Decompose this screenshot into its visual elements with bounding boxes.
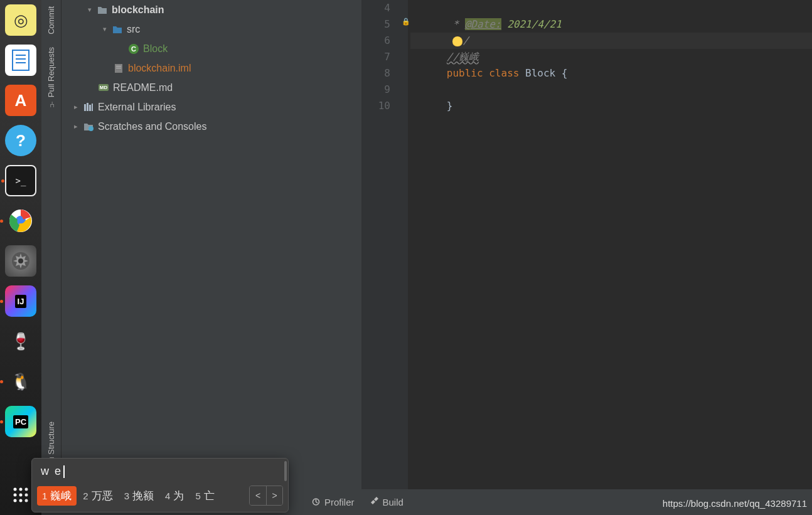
java-class-icon: C xyxy=(127,43,141,55)
gutter-annotations: 🔒 xyxy=(402,0,408,489)
code-line-current: //巍峨 xyxy=(410,33,812,49)
svg-point-8 xyxy=(14,488,17,491)
tree-file-iml[interactable]: blockchain.iml xyxy=(61,58,361,78)
svg-point-11 xyxy=(14,494,17,497)
svg-rect-20 xyxy=(84,104,86,111)
document-app-icon[interactable] xyxy=(5,45,36,76)
tree-label: Scratches and Consoles xyxy=(98,121,206,132)
qq-icon[interactable]: 🐧 xyxy=(5,366,36,397)
code-area[interactable]: * @Date: 2021/4/21 / //巍峨 public class B… xyxy=(408,0,812,489)
scratches-icon xyxy=(82,121,95,132)
svg-rect-19 xyxy=(116,68,121,68)
code-line xyxy=(410,98,812,114)
ime-scrollbar[interactable] xyxy=(284,461,287,481)
svg-rect-22 xyxy=(89,105,91,111)
tree-folder-src[interactable]: ▾ src xyxy=(61,19,361,39)
intellij-icon[interactable]: IJ xyxy=(5,285,36,317)
tree-label: Block xyxy=(143,43,168,55)
ime-nav: < > xyxy=(249,486,283,506)
tab-pull-requests[interactable]: ⑂ Pull Requests xyxy=(45,41,58,114)
terminal-icon[interactable]: >_ xyxy=(5,165,36,196)
ime-candidate-3[interactable]: 3挽额 xyxy=(119,486,159,506)
lightbulb-icon[interactable] xyxy=(452,36,462,46)
ime-input[interactable]: w e xyxy=(32,459,288,482)
ime-candidate-2[interactable]: 2万恶 xyxy=(78,486,117,506)
ide-left-tabs: Commit ⑂ Pull Requests ⧉ Structure Favor… xyxy=(41,0,61,515)
help-icon[interactable]: ? xyxy=(5,125,36,156)
watermark-text: https://blog.csdn.net/qq_43289711 xyxy=(663,498,807,509)
tree-folder-blockchain[interactable]: ▾ blockchain xyxy=(61,0,361,19)
chevron-down-icon: ▾ xyxy=(99,25,110,33)
svg-point-16 xyxy=(25,499,28,502)
ime-candidate-4[interactable]: 4为 xyxy=(160,486,189,506)
svg-point-9 xyxy=(19,488,23,491)
line-number: 6 xyxy=(361,33,390,49)
code-editor[interactable]: 4 5 6 7 8 9 10 🔒 * @Date: 2021/4/21 / //… xyxy=(361,0,812,489)
iml-file-icon xyxy=(112,63,126,74)
ime-candidates: 1巍峨 2万恶 3挽额 4为 5亡 < > xyxy=(32,482,288,512)
build-label: Build xyxy=(383,497,403,507)
line-number: 5 xyxy=(361,16,390,33)
svg-point-15 xyxy=(19,499,23,502)
pycharm-icon[interactable]: PC xyxy=(5,406,36,437)
tree-label: External Libraries xyxy=(98,102,176,113)
tab-commit[interactable]: Commit xyxy=(45,0,58,41)
svg-point-14 xyxy=(14,499,17,502)
tree-label: src xyxy=(127,24,140,35)
markdown-file-icon: MD xyxy=(97,82,110,93)
tree-scratches[interactable]: ▸ Scratches and Consoles xyxy=(61,117,361,136)
app-grid-icon[interactable] xyxy=(12,486,29,507)
git-merge-icon: ⑂ xyxy=(46,100,56,108)
ime-candidate-5[interactable]: 5亡 xyxy=(190,486,219,506)
line-number: 8 xyxy=(361,65,390,82)
svg-point-12 xyxy=(19,494,23,497)
svg-point-10 xyxy=(25,488,28,491)
chevron-right-icon: ▸ xyxy=(70,122,82,130)
code-line: * @Date: 2021/4/21 xyxy=(410,0,812,16)
svg-rect-0 xyxy=(13,50,29,70)
os-dock: ◎ A ? >_ IJ 🍷 🐧 PC xyxy=(0,0,41,515)
chevron-right-icon: ▸ xyxy=(70,103,82,111)
svg-point-7 xyxy=(18,258,23,263)
folder-icon xyxy=(95,4,109,16)
profiler-icon xyxy=(311,497,321,508)
ime-prev-button[interactable]: < xyxy=(250,486,266,505)
profiler-label: Profiler xyxy=(324,497,355,507)
ime-popup: w e 1巍峨 2万恶 3挽额 4为 5亡 < > xyxy=(31,458,289,512)
line-number: 7 xyxy=(361,49,390,65)
line-number: 10 xyxy=(361,98,390,114)
line-number: 4 xyxy=(361,0,390,16)
tree-label: blockchain.iml xyxy=(128,63,191,74)
tree-file-block[interactable]: C Block xyxy=(61,39,361,58)
wine-icon[interactable]: 🍷 xyxy=(5,326,36,357)
tree-external-libraries[interactable]: ▸ External Libraries xyxy=(61,97,361,117)
project-tree[interactable]: ▾ blockchain ▾ src C Block blockchain.im… xyxy=(61,0,361,489)
svg-point-13 xyxy=(25,494,28,497)
audio-app-icon[interactable]: ◎ xyxy=(5,4,36,36)
tree-label: blockchain xyxy=(112,4,164,16)
chevron-down-icon: ▾ xyxy=(84,6,95,14)
build-button[interactable]: Build xyxy=(362,493,411,512)
hammer-icon xyxy=(370,497,379,508)
chrome-icon[interactable] xyxy=(5,205,36,236)
line-number: 9 xyxy=(361,82,390,98)
editor-gutter: 4 5 6 7 8 9 10 xyxy=(361,0,402,489)
tree-file-readme[interactable]: MD README.md xyxy=(61,78,361,97)
software-center-icon[interactable]: A xyxy=(5,85,36,116)
settings-icon[interactable] xyxy=(5,245,36,277)
svg-point-24 xyxy=(88,126,93,131)
library-icon xyxy=(82,102,95,113)
svg-rect-23 xyxy=(92,104,93,111)
ime-next-button[interactable]: > xyxy=(266,486,282,505)
code-line: } xyxy=(410,82,812,98)
ime-candidate-1[interactable]: 1巍峨 xyxy=(37,486,77,506)
ime-cursor xyxy=(63,465,65,478)
tree-label: README.md xyxy=(113,82,173,93)
svg-rect-21 xyxy=(87,103,88,111)
profiler-button[interactable]: Profiler xyxy=(304,493,362,512)
svg-rect-18 xyxy=(116,66,121,66)
source-folder-icon xyxy=(110,24,124,35)
